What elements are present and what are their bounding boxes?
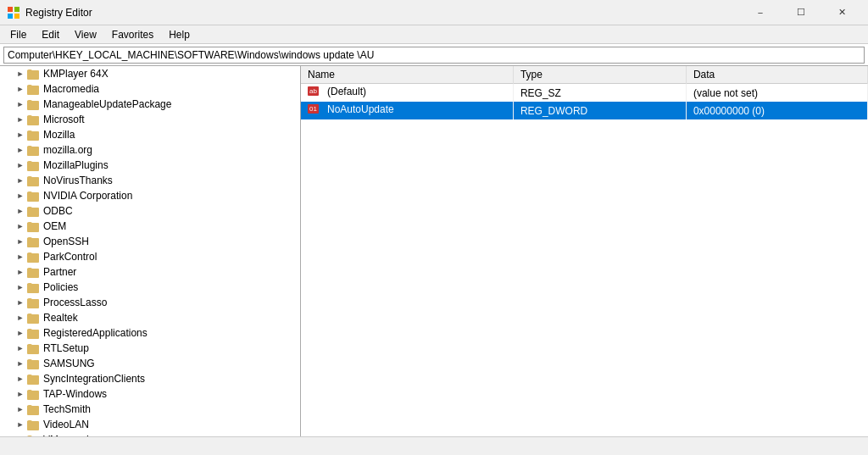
folder-icon-mozilla (27, 129, 41, 141)
cell-type-noautoupdate: REG_DWORD (513, 102, 686, 119)
menu-favorites[interactable]: Favorites (105, 27, 160, 42)
expander-openssh[interactable]: ► (14, 235, 27, 248)
folder-icon-policies (27, 281, 41, 293)
data-panel: Name Type Data (Default) REG_SZ (value n… (301, 66, 868, 436)
tree-label-mozillaplugins: MozillaPlugins (43, 159, 108, 171)
tree-item-techsmith[interactable]: ► TechSmith (0, 402, 300, 417)
menu-edit[interactable]: Edit (35, 27, 66, 42)
tree-label-oem: OEM (43, 220, 66, 232)
tree-item-manageableupdatepackage[interactable]: ► ManageableUpdatePackage (0, 97, 300, 112)
tree-item-kmplayer[interactable]: ► KMPlayer 64X (0, 66, 300, 81)
expander-videolan[interactable]: ► (14, 418, 27, 431)
cell-type-default: REG_SZ (513, 84, 686, 103)
expander-policies[interactable]: ► (14, 280, 27, 294)
folder-icon-syncintegration (27, 373, 41, 385)
tree-item-mozilla[interactable]: ► Mozilla (0, 127, 300, 142)
tree-item-samsung[interactable]: ► SAMSUNG (0, 356, 300, 371)
expander-nvidia[interactable]: ► (14, 189, 27, 203)
expander-partner[interactable]: ► (14, 265, 27, 279)
close-button[interactable]: ✕ (822, 0, 861, 25)
tree-label-openssh: OpenSSH (43, 236, 89, 247)
tree-item-mozillaplugins[interactable]: ► MozillaPlugins (0, 158, 300, 173)
expander-vmware[interactable]: ► (14, 433, 27, 436)
tree-item-tapwindows[interactable]: ► TAP-Windows (0, 386, 300, 402)
table-row[interactable]: (Default) REG_SZ (value not set) (301, 84, 868, 103)
expander-rtlsetup[interactable]: ► (14, 341, 27, 355)
expander-microsoft[interactable]: ► (14, 113, 27, 126)
svg-rect-2 (8, 14, 13, 19)
tree-item-registeredapps[interactable]: ► RegisteredApplications (0, 325, 300, 341)
table-header-row: Name Type Data (301, 66, 868, 84)
window-controls: − ☐ ✕ (741, 0, 861, 25)
tree-label-macromedia: Macromedia (43, 83, 99, 95)
col-header-data: Data (686, 66, 867, 84)
tree-item-odbc[interactable]: ► ODBC (0, 203, 300, 219)
tree-item-videolan[interactable]: ► VideoLAN (0, 417, 300, 432)
tree-item-nvidia[interactable]: ► NVIDIA Corporation (0, 188, 300, 203)
expander-mozillaplugins[interactable]: ► (14, 158, 27, 172)
table-row[interactable]: NoAutoUpdate REG_DWORD 0x00000000 (0) (301, 102, 868, 119)
tree-item-partner[interactable]: ► Partner (0, 264, 300, 280)
title-bar: Registry Editor − ☐ ✕ (0, 0, 868, 25)
tree-item-parkcontrol[interactable]: ► ParkControl (0, 249, 300, 264)
tree-label-microsoft: Microsoft (43, 114, 85, 125)
main-content: ► KMPlayer 64X ► Macromedia ► Manageable… (0, 66, 868, 436)
expander-macromedia[interactable]: ► (14, 82, 27, 96)
tree-item-syncintegration[interactable]: ► SyncIntegrationClients (0, 371, 300, 386)
tree-item-rtlsetup[interactable]: ► RTLSetup (0, 341, 300, 356)
cell-data-noautoupdate: 0x00000000 (0) (686, 102, 867, 119)
expander-mozilla[interactable]: ► (14, 128, 27, 141)
expander-kmplayer[interactable]: ► (14, 67, 27, 80)
folder-icon-techsmith (27, 403, 41, 415)
expander-novirusthanks[interactable]: ► (14, 174, 27, 187)
expander-manageableupdatepackage[interactable]: ► (14, 97, 27, 111)
folder-icon-videolan (27, 419, 41, 430)
tree-item-novirusthanks[interactable]: ► NoVirusThanks (0, 173, 300, 188)
expander-techsmith[interactable]: ► (14, 402, 27, 416)
tree-label-rtlsetup: RTLSetup (43, 342, 89, 354)
tree-label-partner: Partner (43, 266, 76, 278)
expander-registeredapps[interactable]: ► (14, 326, 27, 340)
folder-icon-parkcontrol (27, 251, 41, 263)
tree-item-realtek[interactable]: ► Realtek (0, 310, 300, 325)
minimize-button[interactable]: − (741, 0, 780, 25)
tree-label-kmplayer: KMPlayer 64X (43, 68, 108, 80)
tree-panel[interactable]: ► KMPlayer 64X ► Macromedia ► Manageable… (0, 66, 301, 436)
expander-samsung[interactable]: ► (14, 357, 27, 370)
tree-label-nvidia: NVIDIA Corporation (43, 190, 132, 202)
registry-table: Name Type Data (Default) REG_SZ (value n… (301, 66, 868, 119)
regsz-icon (308, 86, 321, 97)
expander-oem[interactable]: ► (14, 219, 27, 233)
maximize-button[interactable]: ☐ (782, 0, 821, 25)
expander-realtek[interactable]: ► (14, 311, 27, 325)
tree-item-microsoft[interactable]: ► Microsoft (0, 112, 300, 127)
expander-parkcontrol[interactable]: ► (14, 250, 27, 264)
menu-help[interactable]: Help (162, 27, 197, 42)
svg-rect-3 (14, 14, 19, 19)
menu-file[interactable]: File (3, 27, 33, 42)
folder-icon-samsung (27, 358, 41, 369)
tree-item-openssh[interactable]: ► OpenSSH (0, 234, 300, 249)
tree-label-mozillaorg: mozilla.org (43, 144, 92, 156)
folder-icon-microsoft (27, 114, 41, 125)
menu-view[interactable]: View (68, 27, 103, 42)
tree-item-oem[interactable]: ► OEM (0, 219, 300, 234)
tree-label-mozilla: Mozilla (43, 129, 75, 141)
tree-label-vmware: VMware, Inc. (43, 434, 103, 436)
folder-icon-manageableupdatepackage (27, 98, 41, 110)
tree-label-samsung: SAMSUNG (43, 358, 95, 369)
address-input[interactable] (3, 47, 865, 64)
expander-odbc[interactable]: ► (14, 204, 27, 218)
cell-name-noautoupdate: NoAutoUpdate (301, 102, 513, 119)
tree-item-macromedia[interactable]: ► Macromedia (0, 81, 300, 97)
expander-mozillaorg[interactable]: ► (14, 143, 27, 157)
tree-item-mozillaorg[interactable]: ► mozilla.org (0, 142, 300, 158)
status-bar (0, 436, 868, 455)
expander-syncintegration[interactable]: ► (14, 372, 27, 386)
expander-tapwindows[interactable]: ► (14, 387, 27, 401)
tree-item-vmware[interactable]: ► VMware, Inc. (0, 432, 300, 436)
folder-icon-odbc (27, 205, 41, 217)
expander-processlasso[interactable]: ► (14, 296, 27, 309)
tree-item-policies[interactable]: ► Policies (0, 280, 300, 295)
tree-item-processlasso[interactable]: ► ProcessLasso (0, 295, 300, 310)
